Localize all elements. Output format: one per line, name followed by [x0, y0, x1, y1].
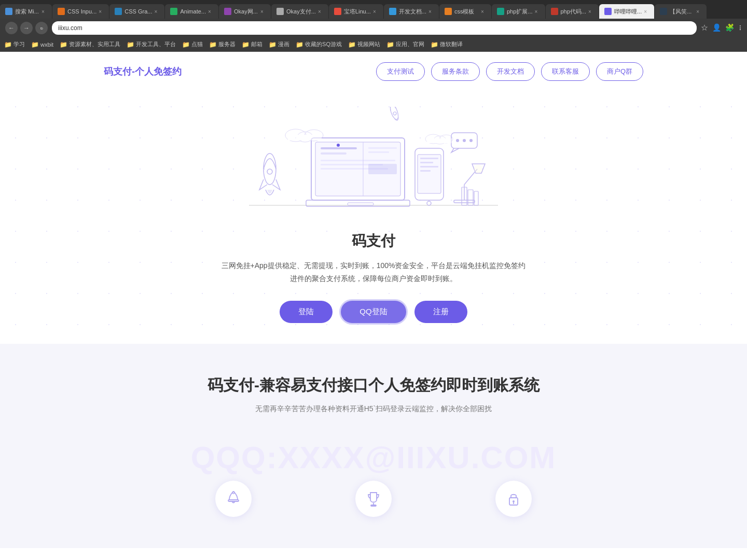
tab-close-cssmod[interactable]: ×: [479, 8, 486, 15]
qq-login-button[interactable]: QQ登陆: [341, 301, 406, 323]
tab-phpcode[interactable]: php代码...×: [546, 4, 599, 19]
url-bar[interactable]: iiixu.com: [52, 21, 697, 35]
tab-favicon-phpext: [497, 8, 504, 15]
nav-btn-qq-group[interactable]: 商户Q群: [596, 62, 643, 81]
svg-point-16: [337, 144, 340, 147]
hero-section: 码支付 三网免挂+App提供稳定、无需提现，实时到账，100%资金安全，平台是云…: [0, 91, 747, 344]
tab-label-cssinput: CSS Inpu...: [67, 8, 96, 15]
nav-btn-dev-docs[interactable]: 开发文档: [486, 62, 535, 81]
nav-btn-terms[interactable]: 服务条款: [431, 62, 480, 81]
star-icon[interactable]: ☆: [701, 23, 708, 33]
bookmark-开发工具、平台[interactable]: 📁开发工具、平台: [127, 40, 176, 48]
tab-favicon-dev1: [389, 8, 396, 15]
tab-fengxian[interactable]: 【风笑...×: [655, 4, 707, 19]
address-bar: ← → ↻ iiixu.com ☆ 👤 🧩 ⋮: [0, 19, 747, 37]
folder-icon: 📁: [60, 41, 67, 48]
tab-phpext[interactable]: php扩展...×: [492, 4, 545, 19]
site-nav: 支付测试服务条款开发文档联系客服商户Q群: [376, 62, 643, 81]
url-text: iiixu.com: [58, 24, 82, 32]
tab-close-current[interactable]: ×: [642, 8, 649, 15]
bookmark-label: 邮箱: [251, 40, 262, 48]
tab-close-phpext[interactable]: ×: [533, 8, 540, 15]
tab-favicon-search: [5, 8, 12, 15]
illustration-svg: [218, 107, 529, 221]
tab-label-baota: 宝塔Linu...: [344, 8, 371, 16]
features-title: 码支付-兼容易支付接口个人免签约即时到账系统: [104, 375, 643, 396]
bell-icon: [225, 491, 242, 507]
feature-lock: [495, 481, 532, 517]
trophy-icon: [365, 491, 382, 507]
register-button[interactable]: 注册: [414, 301, 467, 323]
svg-rect-22: [420, 162, 433, 163]
bookmark-微软翻译[interactable]: 📁微软翻译: [431, 40, 463, 48]
tab-animate[interactable]: Animate...×: [165, 4, 218, 19]
bookmark-学习[interactable]: 📁学习: [4, 40, 25, 48]
svg-point-50: [513, 500, 515, 502]
tab-baota[interactable]: 宝塔Linu...×: [329, 4, 383, 19]
tab-close-okay1[interactable]: ×: [258, 8, 266, 15]
tab-search[interactable]: 搜索 Mi...×: [0, 4, 52, 19]
bookmark-视频网站[interactable]: 📁视频网站: [348, 40, 380, 48]
bookmark-资源素材、实用工具[interactable]: 📁资源素材、实用工具: [60, 40, 120, 48]
svg-rect-7: [321, 147, 357, 149]
forward-button[interactable]: →: [20, 22, 33, 34]
features-icons: [104, 481, 643, 517]
tab-close-fengxian[interactable]: ×: [694, 8, 701, 15]
settings-icon[interactable]: ⋮: [738, 23, 742, 33]
lock-icon-circle: [495, 481, 532, 517]
bookmarks-bar: 📁学习📁wxbit📁资源素材、实用工具📁开发工具、平台📁点猫📁服务器📁邮箱📁漫画…: [0, 37, 747, 52]
bookmark-应用、官网[interactable]: 📁应用、官网: [386, 40, 424, 48]
tab-cssgradient[interactable]: CSS Gra...×: [109, 4, 164, 19]
extension-icon[interactable]: 🧩: [725, 23, 734, 33]
svg-rect-21: [420, 158, 438, 159]
tab-label-cssmod: css模板: [454, 8, 479, 16]
hero-illustration: [218, 107, 529, 221]
svg-rect-40: [288, 135, 322, 141]
hero-buttons: 登陆 QQ登陆 注册: [280, 301, 467, 323]
bookmark-label: 点猫: [191, 40, 203, 48]
bookmark-邮箱[interactable]: 📁邮箱: [242, 40, 262, 48]
bookmark-收藏的SQ游戏[interactable]: 📁收藏的SQ游戏: [296, 40, 342, 48]
svg-rect-26: [454, 200, 475, 203]
login-button[interactable]: 登陆: [280, 301, 333, 323]
tab-close-animate[interactable]: ×: [206, 8, 213, 15]
bookmark-漫画[interactable]: 📁漫画: [269, 40, 289, 48]
tab-current[interactable]: 哔哩哔哩...×: [599, 4, 654, 19]
tab-close-okay2[interactable]: ×: [316, 8, 323, 15]
bookmark-label: 学习: [13, 40, 25, 48]
tab-close-phpcode[interactable]: ×: [586, 8, 593, 15]
tab-close-search[interactable]: ×: [39, 8, 47, 15]
tab-label-dev1: 开发文档...: [399, 8, 426, 16]
bookmark-服务器[interactable]: 📁服务器: [209, 40, 236, 48]
browser-chrome: 搜索 Mi...×CSS Inpu...×CSS Gra...×Animate.…: [0, 0, 747, 52]
tab-label-okay2: Okay支付...: [286, 8, 316, 16]
nav-btn-pay-test[interactable]: 支付测试: [376, 62, 425, 81]
site-logo[interactable]: 码支付-个人免签约: [104, 65, 182, 78]
tab-close-dev1[interactable]: ×: [426, 8, 434, 15]
tab-cssmod[interactable]: css模板×: [439, 4, 491, 19]
tab-favicon-cssinput: [58, 8, 65, 15]
tab-dev1[interactable]: 开发文档...×: [384, 4, 439, 19]
user-icon[interactable]: 👤: [712, 23, 721, 33]
folder-icon: 📁: [4, 41, 12, 48]
hero-description: 三网免挂+App提供稳定、无需提现，实时到账，100%资金安全，平台是云端免挂机…: [218, 259, 529, 285]
tab-okay1[interactable]: Okay网...×: [219, 4, 271, 19]
tab-label-cssgradient: CSS Gra...: [125, 8, 152, 15]
tab-cssinput[interactable]: CSS Inpu...×: [52, 4, 109, 19]
bookmark-点猫[interactable]: 📁点猫: [182, 40, 203, 48]
svg-point-46: [232, 492, 234, 494]
lock-icon: [505, 491, 522, 507]
reload-button[interactable]: ↻: [35, 22, 48, 34]
tab-close-cssgradient[interactable]: ×: [152, 8, 159, 15]
bookmark-label: 应用、官网: [396, 40, 424, 48]
nav-btn-contact[interactable]: 联系客服: [541, 62, 590, 81]
folder-icon: 📁: [431, 41, 438, 48]
back-button[interactable]: ←: [5, 22, 18, 34]
tab-okay2[interactable]: Okay支付...×: [271, 4, 328, 19]
tab-close-baota[interactable]: ×: [371, 8, 378, 15]
tab-close-cssinput[interactable]: ×: [96, 8, 104, 15]
tab-favicon-baota: [334, 8, 341, 15]
svg-point-29: [474, 165, 482, 173]
tab-favicon-okay1: [224, 8, 231, 15]
bookmark-wxbit[interactable]: 📁wxbit: [31, 41, 53, 48]
